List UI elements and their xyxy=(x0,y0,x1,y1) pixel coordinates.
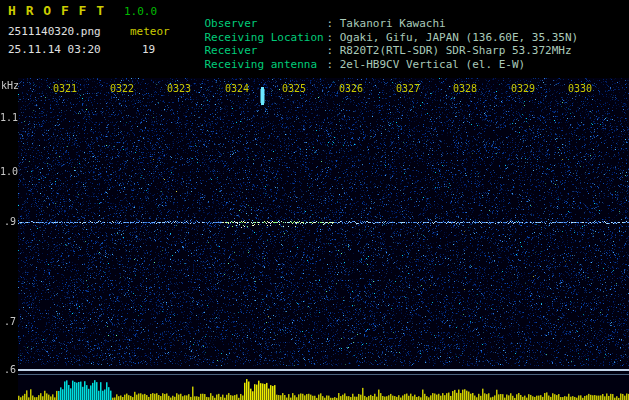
time-tick-label-0328: 0328 xyxy=(453,83,477,94)
echo-count: 19 xyxy=(142,43,155,56)
time-tick-label-0326: 0326 xyxy=(339,83,363,94)
spectrogram-canvas xyxy=(18,78,629,400)
info-value-antenna: : 2el-HB9CV Vertical (el. E-W) xyxy=(327,58,526,71)
freq-tick-label-1-0: 1.0 xyxy=(0,166,16,177)
app-version: 1.0.0 xyxy=(124,5,157,18)
freq-tick-label-1-1: 1.1 xyxy=(0,112,16,123)
time-tick-label-0323: 0323 xyxy=(167,83,191,94)
time-tick-label-0325: 0325 xyxy=(282,83,306,94)
time-tick-label-0321: 0321 xyxy=(53,83,77,94)
freq-tick-label-0-7: .7 xyxy=(0,316,16,327)
time-tick-label-0329: 0329 xyxy=(511,83,535,94)
app-title: H R O F F T xyxy=(8,3,105,18)
time-tick-label-0327: 0327 xyxy=(396,83,420,94)
hrofft-output: H R O F F T 1.0.0 2511140320.png meteor … xyxy=(0,0,629,400)
time-tick-label-0322: 0322 xyxy=(110,83,134,94)
observation-mode: meteor xyxy=(130,25,170,38)
freq-axis-unit-label: kHz xyxy=(1,80,19,91)
observation-datetime: 25.11.14 03:20 xyxy=(8,43,101,56)
time-tick-label-0324: 0324 xyxy=(225,83,249,94)
time-tick-label-0330: 0330 xyxy=(568,83,592,94)
info-label-antenna: Receiving antenna xyxy=(205,58,327,71)
output-filename: 2511140320.png xyxy=(8,25,101,38)
freq-tick-label-0-9: .9 xyxy=(0,216,16,227)
freq-tick-label-0-6: .6 xyxy=(0,364,16,375)
